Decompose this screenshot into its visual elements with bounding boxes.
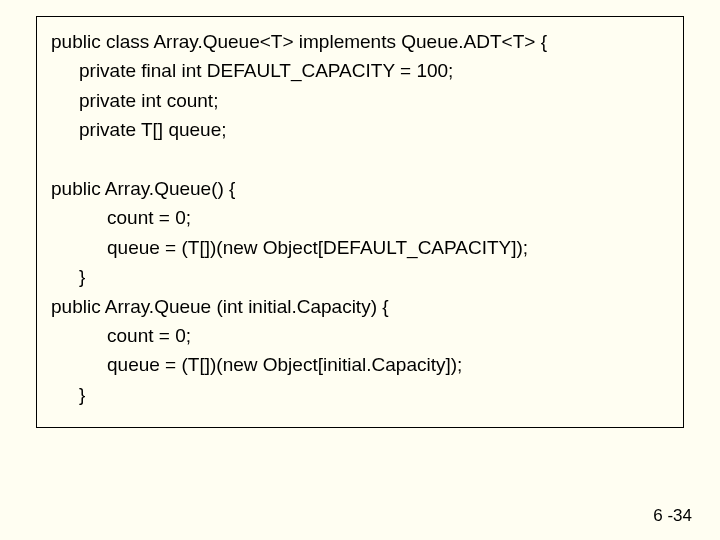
code-line: count = 0;	[51, 321, 669, 350]
code-line: queue = (T[])(new Object[initial.Capacit…	[51, 350, 669, 379]
code-line: public class Array.Queue<T> implements Q…	[51, 27, 669, 56]
page-number: 6 -34	[653, 506, 692, 526]
code-line: }	[51, 380, 669, 409]
code-line: private T[] queue;	[51, 115, 669, 144]
code-container: public class Array.Queue<T> implements Q…	[36, 16, 684, 428]
blank-line	[51, 145, 669, 174]
code-line: public Array.Queue() {	[51, 174, 669, 203]
code-line: private final int DEFAULT_CAPACITY = 100…	[51, 56, 669, 85]
code-line: private int count;	[51, 86, 669, 115]
code-line: }	[51, 262, 669, 291]
code-line: count = 0;	[51, 203, 669, 232]
code-line: queue = (T[])(new Object[DEFAULT_CAPACIT…	[51, 233, 669, 262]
code-line: public Array.Queue (int initial.Capacity…	[51, 292, 669, 321]
